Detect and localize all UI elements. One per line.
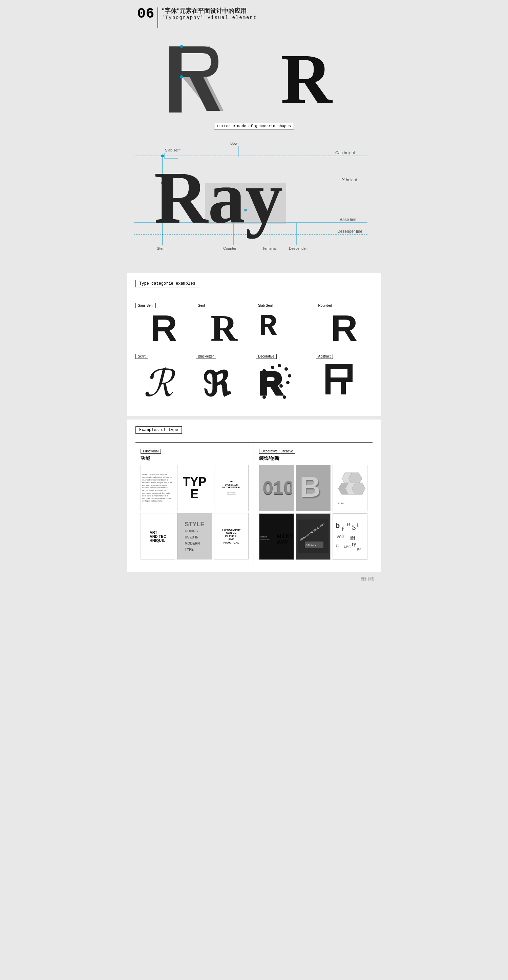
category-sans-serif: Sans Serif R (135, 303, 192, 347)
art-technique-text: ARTAND TECHNIQUE. (150, 530, 166, 542)
decorative-thumbs-grid: 010 010 B B (259, 465, 367, 560)
decorative-tag-col: Decorative / Creative (259, 449, 295, 454)
ray-annotation-svg: Slab serif Bowl Cap height X height Base… (134, 136, 374, 262)
svg-text:m: m (350, 535, 356, 541)
functional-tag: Functional (141, 449, 161, 454)
e-text: E (190, 488, 198, 500)
svg-text:GALAXY: GALAXY (305, 544, 317, 547)
functional-thumbs-grid: Lorem ipsum dolor sit amet consectetur a… (141, 465, 249, 560)
decorative-col: Decorative / Creative 装饰/创新 010 010 B (254, 442, 373, 565)
black-r-letter: R (281, 39, 332, 118)
svg-point-7 (180, 75, 183, 79)
evolution-body: ─────────WAYFINDING───────── (227, 490, 236, 495)
geometric-label-container: Letter R made of geometric shapes (134, 121, 374, 131)
svg-text:Base line: Base line (340, 217, 357, 222)
footer: 图形创意 (127, 575, 381, 583)
serif-letter: R (196, 310, 252, 347)
black-r: R (281, 43, 342, 118)
svg-point-45 (288, 374, 291, 377)
thumb-text-content: Lorem ipsum dolor sit amet consectetur a… (141, 472, 175, 504)
svg-text:Cap height: Cap height (335, 150, 355, 155)
thumb-text-layout: Lorem ipsum dolor sit amet consectetur a… (141, 465, 175, 511)
block-text: STYLEGUIDESUSED INMODERNTYPE (184, 521, 204, 552)
header-number: 06 (137, 7, 154, 21)
blackletter-tag: Blackletter (196, 354, 216, 359)
thumb-art-technique: ARTAND TECHNIQUE. (141, 513, 175, 559)
thumb-nebula: Nebula STARS IN THEMILKY WAY (259, 513, 294, 560)
header-en-title: 'Typography' Visual element (162, 15, 257, 20)
svg-text:t: t (357, 522, 359, 528)
evolution-text: ⓵B EVOLUTIONOF TYPOGRAPHY (222, 481, 241, 489)
page-wrapper: 06 "字体"元素在平面设计中的应用 'Typography' Visual e… (127, 0, 381, 583)
slab-serif-box: R (256, 310, 280, 344)
thumb-milky-way: STARS IN THE MILKY WAY GALAXY (296, 513, 331, 560)
svg-text:B: B (300, 471, 321, 503)
svg-rect-57 (341, 382, 346, 395)
svg-text:et: et (336, 543, 339, 547)
svg-point-44 (284, 368, 288, 371)
svg-text:010: 010 (263, 477, 292, 498)
slab-serif-letter: R (259, 312, 277, 342)
abstract-tag: Abstract (316, 354, 333, 359)
svg-text:ℛ: ℛ (144, 363, 176, 401)
thumb-block-style: STYLEGUIDESUSED INMODERNTYPE (177, 513, 212, 559)
svg-text:Terminal: Terminal (262, 247, 277, 250)
serif-tag: Serif (196, 303, 208, 308)
svg-marker-6 (190, 77, 220, 111)
svg-text:S: S (352, 523, 356, 531)
section-divider-1 (135, 296, 373, 296)
category-rounded: Rounded R (316, 303, 373, 347)
type-categories-section: Type categorie examples Sans Serif R Ser… (127, 273, 381, 416)
svg-text:STARS IN THE: STARS IN THE (260, 539, 270, 541)
svg-rect-56 (348, 364, 352, 382)
svg-rect-54 (325, 364, 351, 369)
thumb-3d-b: B B (296, 465, 331, 511)
svg-text:X height: X height (342, 178, 357, 182)
thumb-typo-playful: TYPOGRAPHYCAN BEPLAYFULANDPRACTICAL (214, 513, 249, 559)
svg-point-8 (180, 45, 183, 48)
svg-text:Ray: Ray (154, 156, 283, 239)
svg-text:Stem: Stem (157, 247, 166, 250)
functional-col: Functional 功能 Lorem ipsum dolor sit amet… (135, 442, 254, 565)
functional-subtitle: 功能 (141, 455, 249, 461)
blackletter-letter: ℜ (196, 361, 243, 409)
header-text: "字体"元素在平面设计中的应用 'Typography' Visual elem… (162, 7, 257, 20)
geometric-r (166, 43, 230, 118)
decorative-letter: R R (256, 361, 303, 402)
svg-rect-55 (325, 377, 348, 382)
rounded-letter: R (316, 310, 373, 347)
geometric-label: Letter R made of geometric shapes (214, 123, 294, 129)
abstract-letter (316, 361, 373, 398)
svg-text:Nebula: Nebula (260, 535, 267, 538)
svg-text:ABC: ABC (343, 545, 351, 549)
svg-text:Slab serif: Slab serif (165, 148, 181, 152)
svg-text:b: b (336, 522, 340, 529)
categories-row-1: Sans Serif R Serif R Slab Serif R Rounde… (135, 303, 373, 347)
decorative-subtitle: 装饰/创新 (259, 455, 367, 461)
examples-label: Examples of type (135, 426, 182, 434)
thumb-evolution: ⓵B EVOLUTIONOF TYPOGRAPHY ─────────WAYFI… (214, 465, 249, 511)
svg-text:voir: voir (337, 534, 344, 539)
examples-section: Examples of type Functional 功能 Lorem ips… (127, 420, 381, 572)
header-divider (157, 8, 158, 28)
slab-serif-tag: Slab Serif (256, 303, 275, 308)
anatomy-section: R Letter R made of geometric shapes Slab… (127, 33, 381, 270)
decorative-tag: Decorative (256, 354, 277, 359)
footer-watermark: 图形创意 (361, 577, 374, 581)
category-script: Scrift ℛ (135, 354, 192, 409)
svg-text:cube: cube (338, 502, 344, 505)
category-decorative: Decorative R (256, 354, 313, 409)
top-r-row: R (134, 36, 374, 121)
svg-text:pe: pe (357, 547, 361, 550)
type-categories-label: Type categorie examples (135, 280, 199, 287)
categories-row-2: Scrift ℛ Blackletter ℜ De (135, 354, 373, 409)
thumb-mixed-letters: b f R S t voir m et ABC ty pe (333, 513, 367, 560)
category-abstract: Abstract (316, 354, 373, 409)
svg-text:R: R (259, 365, 282, 401)
thumb-3d-letters: 010 010 (259, 465, 294, 511)
script-letter: ℛ (135, 361, 192, 409)
svg-text:ty: ty (352, 541, 356, 547)
svg-text:Descender: Descender (289, 247, 307, 250)
svg-point-50 (283, 395, 286, 399)
typo-playful-text: TYPOGRAPHYCAN BEPLAYFULANDPRACTICAL (222, 528, 241, 544)
